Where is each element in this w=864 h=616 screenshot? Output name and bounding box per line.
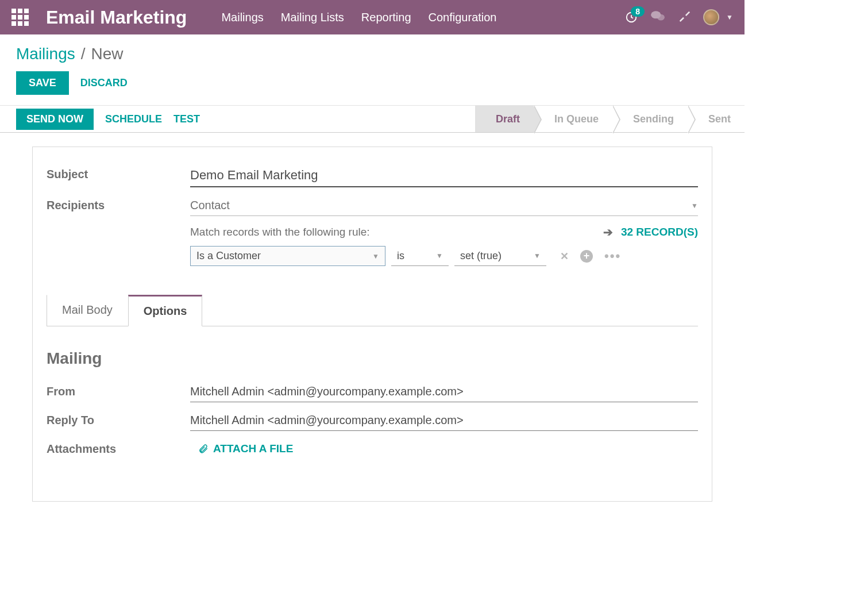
caret-down-icon: ▼	[534, 252, 541, 260]
form-sheet: Subject Recipients Contact ▼ Match recor…	[32, 147, 712, 502]
debug-button[interactable]	[678, 10, 691, 25]
caret-down-icon: ▼	[436, 252, 443, 260]
attach-file-button[interactable]: Attach a file	[198, 439, 698, 459]
nav-link-mailing-lists[interactable]: Mailing Lists	[281, 11, 344, 24]
nav-link-mailings[interactable]: Mailings	[221, 11, 263, 24]
save-button[interactable]: Save	[16, 71, 69, 95]
status-step-draft[interactable]: Draft	[475, 106, 534, 132]
subject-input[interactable]	[190, 164, 698, 187]
breadcrumb-bar: Mailings / New	[0, 34, 745, 67]
schedule-button[interactable]: Schedule	[105, 113, 162, 125]
discard-button[interactable]: Discard	[80, 77, 128, 89]
nav-link-configuration[interactable]: Configuration	[429, 11, 497, 24]
from-row: From	[47, 382, 698, 402]
recipients-select[interactable]: Contact ▼	[190, 195, 698, 216]
subject-row: Subject	[47, 164, 698, 187]
breadcrumb-current: New	[91, 45, 123, 63]
activities-badge: 8	[631, 6, 645, 17]
action-buttons: Send Now Schedule Test	[0, 106, 200, 132]
reply-to-row: Reply To	[47, 410, 698, 431]
tab-content-options: Mailing From Reply To Attachments Attach…	[47, 326, 698, 459]
paperclip-icon	[198, 444, 209, 454]
reply-to-label: Reply To	[47, 410, 179, 427]
status-bar: Send Now Schedule Test Draft In Queue Se…	[0, 105, 745, 133]
app-brand[interactable]: Email Marketing	[46, 7, 187, 28]
user-menu-caret-icon[interactable]: ▼	[726, 13, 733, 21]
rule-actions: ✕ + •••	[560, 249, 621, 264]
rule-builder: Is a Customer ▼ is ▼ set (true) ▼ ✕ + ••…	[190, 246, 698, 266]
rule-field-select[interactable]: Is a Customer ▼	[190, 246, 385, 266]
section-title-mailing: Mailing	[47, 349, 698, 368]
form-buttons: Save Discard	[0, 67, 745, 105]
attachments-row: Attachments Attach a file	[47, 439, 698, 459]
add-rule-icon[interactable]: +	[580, 250, 593, 263]
tab-options[interactable]: Options	[128, 295, 203, 326]
caret-down-icon: ▼	[691, 202, 698, 210]
recipients-row: Recipients Contact ▼ Match records with …	[47, 195, 698, 266]
discuss-button[interactable]	[650, 10, 665, 25]
breadcrumb-parent[interactable]: Mailings	[16, 45, 75, 63]
apps-icon[interactable]	[11, 9, 29, 26]
records-link[interactable]: ➔ 32 record(s)	[603, 225, 698, 239]
tools-icon	[678, 10, 691, 22]
rule-description: Match records with the following rule: ➔…	[190, 225, 698, 239]
navbar: Email Marketing Mailings Mailing Lists R…	[0, 0, 745, 34]
attachments-label: Attachments	[47, 439, 179, 456]
breadcrumb: Mailings / New	[16, 45, 728, 63]
more-rule-icon[interactable]: •••	[604, 249, 621, 264]
status-steps: Draft In Queue Sending Sent	[475, 106, 745, 132]
nav-right: 8 ▼	[625, 9, 733, 25]
status-step-sent[interactable]: Sent	[688, 106, 745, 132]
delete-rule-icon[interactable]: ✕	[560, 250, 569, 263]
status-step-in-queue[interactable]: In Queue	[534, 106, 612, 132]
chat-icon	[650, 10, 665, 22]
rule-operator-select[interactable]: is ▼	[391, 247, 449, 266]
activities-button[interactable]: 8	[625, 11, 638, 24]
user-avatar[interactable]	[703, 9, 719, 25]
nav-link-reporting[interactable]: Reporting	[361, 11, 411, 24]
from-label: From	[47, 382, 179, 398]
test-button[interactable]: Test	[173, 113, 200, 125]
rule-value-select[interactable]: set (true) ▼	[454, 247, 546, 266]
from-input[interactable]	[190, 382, 698, 402]
subject-label: Subject	[47, 164, 179, 181]
tabs: Mail Body Options	[47, 295, 698, 326]
svg-point-2	[657, 14, 665, 21]
arrow-right-icon: ➔	[603, 225, 613, 239]
reply-to-input[interactable]	[190, 410, 698, 431]
send-now-button[interactable]: Send Now	[16, 109, 94, 130]
recipients-value: Contact	[190, 199, 230, 212]
recipients-label: Recipients	[47, 195, 179, 212]
nav-menu: Mailings Mailing Lists Reporting Configu…	[221, 11, 625, 24]
breadcrumb-separator: /	[81, 45, 86, 63]
records-count: 32 record(s)	[621, 226, 698, 238]
caret-down-icon: ▼	[372, 252, 379, 260]
tab-mail-body[interactable]: Mail Body	[47, 295, 128, 326]
status-step-sending[interactable]: Sending	[612, 106, 688, 132]
